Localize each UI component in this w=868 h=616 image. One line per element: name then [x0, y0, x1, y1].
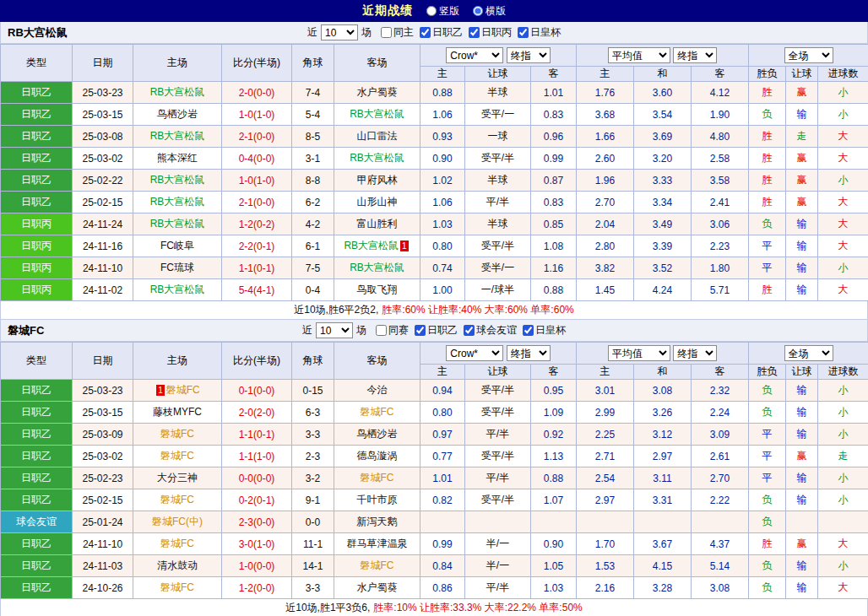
result-outcome: 胜: [749, 170, 786, 192]
recent-results-page: 近期战绩 竖版 横版 RB大宫松鼠 近 10 场 同主日职乙日职丙日皇杯: [0, 0, 868, 616]
match-date: 24-11-24: [73, 213, 133, 235]
filter-checkbox[interactable]: [464, 325, 475, 336]
team-label: FC琉球: [160, 262, 194, 273]
horizontal-layout-radio[interactable]: [473, 6, 483, 16]
matches-table: 类型 日期 主场 比分(半场) 角球 客场 Crow* 终指 平均值 终指: [0, 44, 868, 301]
filter-checkbox[interactable]: [381, 27, 392, 38]
games-count-select[interactable]: 10: [321, 24, 358, 41]
layout-option-horizontal[interactable]: 横版: [473, 4, 506, 19]
filter-option-日职乙[interactable]: 日职乙: [409, 323, 458, 338]
col-corner: 角球: [292, 45, 334, 82]
final-index-select[interactable]: 终指: [507, 345, 551, 361]
handicap-line: 半球: [465, 213, 531, 235]
result-goals: 大: [818, 192, 868, 213]
filter-option-日职丙[interactable]: 日职丙: [463, 25, 512, 40]
avg-odds-header: 平均值 终指: [577, 343, 749, 365]
result-handicap: 输: [786, 555, 818, 577]
filter-option-日皇杯[interactable]: 日皇杯: [517, 323, 566, 338]
home-team: RB大宫松鼠: [133, 126, 222, 148]
match-row: 日职丙24-11-10FC琉球1-1(0-1)7-5RB大宫松鼠0.74受半/一…: [1, 257, 868, 279]
odds-company-select[interactable]: Crow*: [446, 345, 503, 361]
league-type: 日职乙: [1, 555, 73, 577]
handicap-line: 受平/半: [465, 489, 531, 511]
handicap-odds-away: 1.07: [531, 489, 577, 511]
match-date: 25-03-02: [73, 446, 133, 467]
filter-option-同赛[interactable]: 同赛: [370, 323, 409, 338]
handicap-odds-away: 1.05: [531, 555, 577, 577]
filter-label: 日皇杯: [535, 323, 566, 338]
match-date: 24-11-10: [73, 533, 133, 555]
result-handicap: 赢: [786, 533, 818, 555]
match-row: 日职丙24-11-16FC岐阜2-2(0-1)6-1RB大宫松鼠10.80受平/…: [1, 235, 868, 257]
match-row: 日职乙25-03-23RB大宫松鼠2-0(0-0)7-4水户蜀葵0.88半球1.…: [1, 82, 868, 104]
avg-odds-home: 3.82: [577, 257, 634, 279]
layout-option-vertical[interactable]: 竖版: [426, 4, 459, 19]
result-handicap: 输: [786, 235, 818, 257]
corners: 14-1: [292, 555, 334, 577]
match-rows: 日职乙25-03-231磐城FC0-1(0-0)0-15今治0.94受平/半0.…: [1, 380, 868, 599]
average-odds-select[interactable]: 平均值: [608, 47, 670, 63]
corners: 3-3: [292, 577, 334, 599]
avg-odds-away: 3.06: [692, 213, 749, 235]
team-label: 鸟栖沙岩: [357, 428, 398, 440]
filter-option-日皇杯[interactable]: 日皇杯: [512, 25, 561, 40]
result-handicap: [786, 511, 818, 533]
avg-odds-home: 2.97: [577, 489, 634, 511]
team-label: 山形山神: [357, 196, 398, 208]
team-label: RB大宫松鼠: [150, 196, 205, 208]
handicap-odds-home: 0.90: [420, 148, 465, 170]
avg-odds-home: 1.53: [577, 555, 634, 577]
filter-checkbox[interactable]: [415, 325, 426, 336]
result-goals: 大: [818, 577, 868, 599]
section-header: RB大宫松鼠 近 10 场 同主日职乙日职丙日皇杯: [0, 22, 868, 44]
league-type: 日职乙: [1, 148, 73, 170]
team-label: 鸟取飞翔: [357, 284, 398, 295]
team-label: 水户蜀葵: [357, 581, 398, 593]
handicap-odds-home: 0.94: [420, 380, 465, 402]
filter-checkbox[interactable]: [523, 325, 534, 336]
result-handicap: 赢: [786, 148, 818, 170]
subcol-handicap-home: 主: [420, 365, 465, 380]
avg-odds-away: 2.32: [692, 380, 749, 402]
result-handicap: 输: [786, 104, 818, 126]
score: 2-3(0-0): [222, 511, 292, 533]
vertical-layout-label: 竖版: [439, 4, 459, 19]
filter-option-同主[interactable]: 同主: [375, 25, 414, 40]
corners: 8-8: [292, 170, 334, 192]
summary-bar: 近10场,胜1平3负6, 胜率:10% 让胜率:33.3% 大率:22.2% 单…: [0, 599, 868, 616]
avg-odds-home: 2.80: [577, 235, 634, 257]
full-match-select[interactable]: 全场: [784, 345, 833, 361]
filter-checkbox[interactable]: [376, 325, 387, 336]
filter-checkbox[interactable]: [420, 27, 431, 38]
away-team: 水户蜀葵: [334, 82, 420, 104]
filter-option-球会友谊[interactable]: 球会友谊: [458, 323, 517, 338]
average-odds-select[interactable]: 平均值: [608, 345, 670, 361]
result-handicap: 走: [786, 126, 818, 148]
full-match-select[interactable]: 全场: [784, 47, 833, 63]
odds-company-select[interactable]: Crow*: [446, 47, 503, 63]
avg-odds-away: 5.14: [692, 555, 749, 577]
vertical-layout-radio[interactable]: [426, 6, 437, 16]
handicap-odds-home: 1.01: [420, 467, 465, 489]
topbar: 近期战绩 竖版 横版: [0, 0, 868, 22]
home-team: 熊本深红: [133, 148, 222, 170]
col-away: 客场: [334, 343, 420, 380]
final-index-select-2[interactable]: 终指: [673, 345, 717, 361]
handicap-odds-away: 0.99: [531, 148, 577, 170]
summary-stats: 胜率:60% 让胜率:40% 大率:60% 单率:60%: [382, 303, 573, 317]
games-unit-label: 场: [361, 25, 372, 40]
result-outcome: 平: [749, 235, 786, 257]
avg-odds-draw: 3.08: [634, 380, 692, 402]
final-index-select-2[interactable]: 终指: [673, 47, 717, 63]
final-index-select[interactable]: 终指: [507, 47, 551, 63]
handicap-odds-home: 0.80: [420, 235, 465, 257]
away-team: 山口雷法: [334, 126, 420, 148]
filter-checkbox[interactable]: [518, 27, 529, 38]
handicap-odds-home: 0.80: [420, 402, 465, 424]
filter-checkbox[interactable]: [469, 27, 480, 38]
corners: 2-3: [292, 446, 334, 467]
filter-option-日职乙[interactable]: 日职乙: [414, 25, 463, 40]
games-count-select[interactable]: 10: [316, 322, 353, 338]
score: 1-2(0-0): [222, 577, 292, 599]
handicap-odds-away: 1.16: [531, 257, 577, 279]
